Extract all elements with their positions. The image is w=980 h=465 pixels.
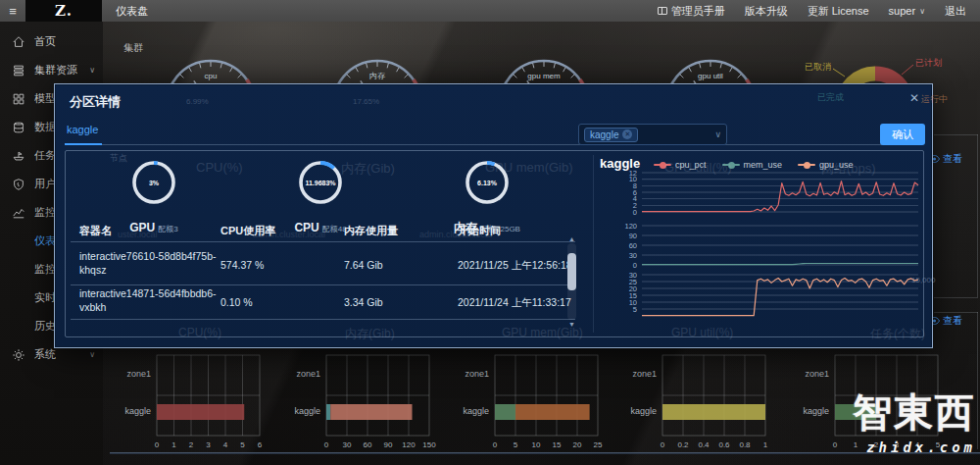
confirm-button[interactable]: 确认 xyxy=(880,124,925,145)
svg-text:90: 90 xyxy=(629,232,637,240)
topbar-link-label: 版本升级 xyxy=(745,4,788,19)
bar-category-label: zone1 xyxy=(110,369,151,379)
svg-text:5: 5 xyxy=(633,305,637,314)
tasks-icon xyxy=(12,149,25,163)
chevron-down-icon: ∨ xyxy=(919,7,925,16)
partition-details-modal: 分区详情 ✕ kaggle kaggle ✕ ∨ 确认 3%GPU配额311.9… xyxy=(54,83,933,348)
topbar-links: 管理员手册版本升级更新 Licensesuper∨退出 xyxy=(658,4,980,19)
bar-chart-bar-gpuutil: 00.20.40.60.81 xyxy=(662,355,785,455)
logout-button[interactable]: 退出 xyxy=(945,4,966,19)
topbar-link-1[interactable]: 管理员手册 xyxy=(658,4,725,19)
sidebar-item-label: 数据 xyxy=(34,120,56,134)
svg-text:15: 15 xyxy=(553,440,562,449)
user-name: super xyxy=(889,5,916,17)
svg-text:120: 120 xyxy=(402,440,416,449)
watermark-url: zhidx.com xyxy=(853,439,976,455)
svg-text:4: 4 xyxy=(223,440,228,449)
watermark: 智東西 zhidx.com xyxy=(853,386,976,455)
svg-text:90: 90 xyxy=(384,440,393,449)
svg-text:120: 120 xyxy=(624,222,637,231)
logo-text: Z. xyxy=(55,2,73,20)
svg-text:30: 30 xyxy=(629,251,637,260)
svg-text:60: 60 xyxy=(364,440,372,449)
svg-text:0: 0 xyxy=(155,440,160,449)
topbar-link-label: 管理员手册 xyxy=(671,4,725,19)
svg-text:0.8: 0.8 xyxy=(739,440,751,449)
svg-text:0: 0 xyxy=(833,440,838,449)
dashboard-page: ≡ Z. 仪表盘 管理员手册版本升级更新 Licensesuper∨退出 首页集… xyxy=(0,0,980,465)
sidebar-item-label: 集群资源 xyxy=(34,63,77,78)
sidebar-item-label: 历史 xyxy=(34,319,56,334)
topbar-link-3[interactable]: 更新 License xyxy=(808,4,869,19)
svg-text:2: 2 xyxy=(189,440,194,449)
bar-category-label: kaggle xyxy=(448,406,489,416)
bar-chart-bar-cpu: 0123456 xyxy=(157,355,279,455)
tag-label: kaggle xyxy=(590,129,618,140)
line-chart-mem_use: 1209060300 xyxy=(624,222,918,270)
bar-category-label: zone1 xyxy=(448,369,489,379)
svg-text:20: 20 xyxy=(573,440,582,449)
tab-kaggle[interactable]: kaggle xyxy=(67,124,98,135)
metric-line-charts: 121086420120906030030252015105 xyxy=(66,151,925,338)
modal-content-panel: 3%GPU配额311.9683%CPU配额486.13%内存配额125GB 容器… xyxy=(65,150,924,337)
data-icon xyxy=(12,121,25,134)
bar-category-label: zone1 xyxy=(788,369,829,379)
tag-remove-icon[interactable]: ✕ xyxy=(622,129,632,139)
sidebar-item-首页[interactable]: 首页 xyxy=(0,27,103,56)
close-icon[interactable]: ✕ xyxy=(909,91,919,105)
cluster-icon xyxy=(12,64,25,78)
bar-category-label: zone1 xyxy=(615,369,657,379)
partition-tabbar: kaggle xyxy=(65,120,922,145)
chevron-down-icon: ∨ xyxy=(89,66,95,75)
svg-text:5: 5 xyxy=(514,440,518,449)
line-chart-gpu_use: 30252015105 xyxy=(629,271,918,316)
topbar-link-2[interactable]: 版本升级 xyxy=(745,4,788,19)
bar-category-label: zone1 xyxy=(279,369,320,379)
svg-text:0.4: 0.4 xyxy=(698,440,710,449)
topbar-link-label: 更新 License xyxy=(808,4,869,19)
svg-text:0.6: 0.6 xyxy=(718,440,730,449)
svg-text:30: 30 xyxy=(343,440,352,449)
bottom-panel-edge xyxy=(110,452,980,454)
svg-text:10: 10 xyxy=(532,440,541,449)
selected-partition-tag: kaggle ✕ xyxy=(584,128,638,142)
topbar: ≡ Z. 仪表盘 管理员手册版本升级更新 Licensesuper∨退出 xyxy=(0,0,980,22)
models-icon xyxy=(12,92,25,106)
svg-text:0: 0 xyxy=(633,208,637,217)
settings-icon xyxy=(12,348,25,362)
bar-chart-bar-mem: 0306090120150 xyxy=(326,355,449,455)
svg-text:5: 5 xyxy=(240,440,245,449)
partition-select[interactable]: kaggle ✕ ∨ xyxy=(578,124,727,145)
svg-text:150: 150 xyxy=(422,440,436,449)
line-chart-cpu_pct: 121086420 xyxy=(629,169,918,217)
logo[interactable]: Z. xyxy=(25,0,102,22)
sidebar-item-label: 实时 xyxy=(34,290,56,305)
bar-category-label: kaggle xyxy=(279,406,320,416)
sidebar-item-label: 首页 xyxy=(34,34,56,49)
chevron-down-icon: ∨ xyxy=(89,350,95,359)
modal-title: 分区详情 xyxy=(70,93,121,111)
svg-text:0: 0 xyxy=(324,440,329,449)
page-title: 仪表盘 xyxy=(116,4,148,19)
svg-text:3: 3 xyxy=(206,440,211,449)
sidebar-item-label: 监控 xyxy=(34,205,56,220)
sidebar-item-label: 监控 xyxy=(34,262,56,277)
svg-text:0: 0 xyxy=(633,261,637,270)
watermark-logo: 智東西 xyxy=(853,386,976,439)
bar-chart-bar-gpumem: 0510152025 xyxy=(495,355,617,455)
bar-category-label: kaggle xyxy=(788,406,829,416)
svg-text:1: 1 xyxy=(763,440,768,449)
chevron-down-icon: ∨ xyxy=(714,129,721,139)
home-icon xyxy=(12,35,25,49)
sidebar-item-集群资源[interactable]: 集群资源∨ xyxy=(0,56,103,84)
logout-label: 退出 xyxy=(945,4,966,19)
svg-text:0: 0 xyxy=(493,440,498,449)
sidebar-item-label: 用户 xyxy=(34,177,56,191)
active-tab-underline xyxy=(65,143,102,145)
sidebar-item-label: 模型 xyxy=(34,91,56,106)
users-icon xyxy=(12,178,25,191)
user-menu[interactable]: super∨ xyxy=(889,5,925,17)
sidebar-item-label: 任务 xyxy=(34,148,56,163)
hamburger-menu-icon[interactable]: ≡ xyxy=(0,4,25,19)
svg-text:6: 6 xyxy=(258,440,263,449)
